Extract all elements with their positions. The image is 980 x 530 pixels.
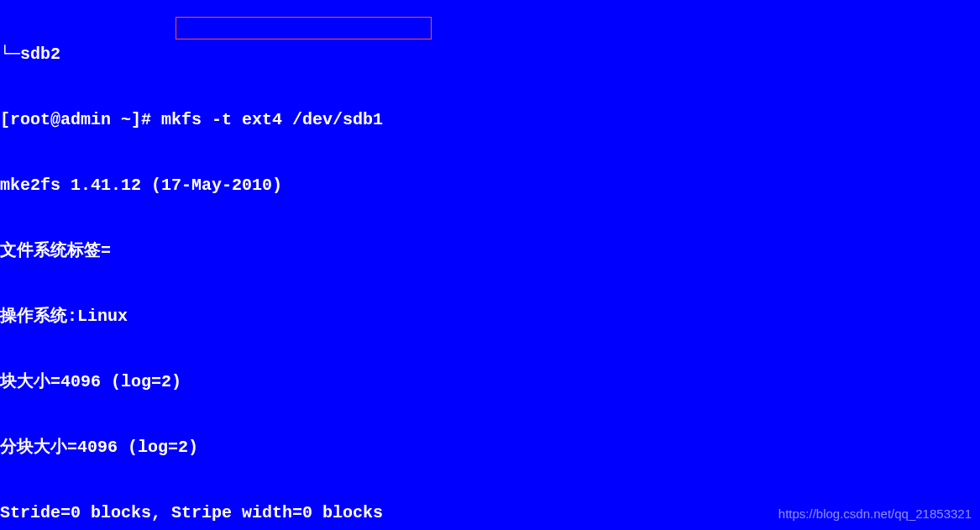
output-line: 分块大小=4096 (log=2) [0, 437, 980, 459]
terminal-output[interactable]: └─sdb2 [root@admin ~]# mkfs -t ext4 /dev… [0, 0, 980, 530]
output-line: └─sdb2 [0, 44, 980, 66]
watermark-text: https://blog.csdn.net/qq_21853321 [778, 503, 972, 525]
output-line: 块大小=4096 (log=2) [0, 371, 980, 393]
output-line: mke2fs 1.41.12 (17-May-2010) [0, 175, 980, 197]
output-line: 操作系统:Linux [0, 306, 980, 328]
output-line: 文件系统标签= [0, 240, 980, 262]
output-line: [root@admin ~]# mkfs -t ext4 /dev/sdb1 [0, 109, 980, 131]
